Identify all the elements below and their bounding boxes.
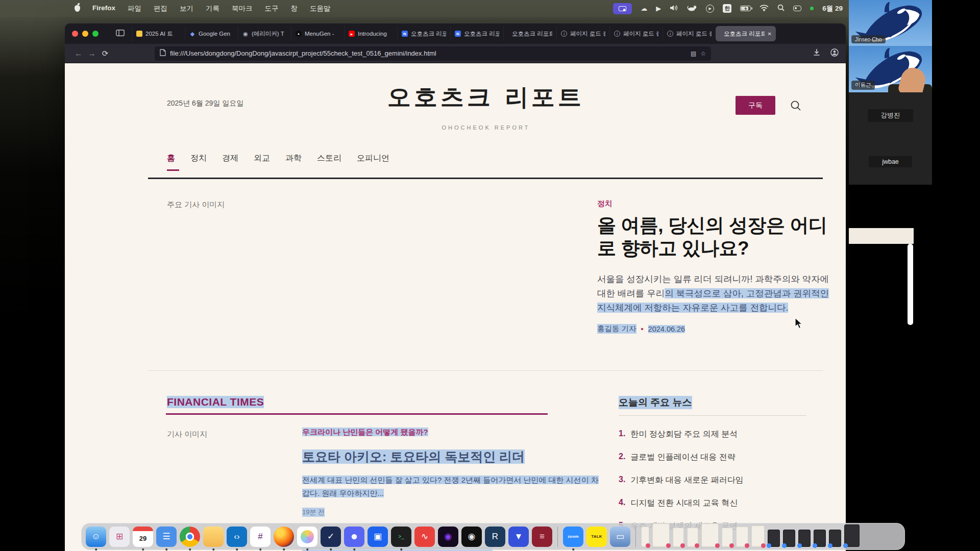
menu-item-6[interactable]: 도구: [265, 4, 279, 13]
minimized-window-preview[interactable]: [652, 523, 670, 547]
nav-item-경제[interactable]: 경제: [222, 153, 238, 164]
terminal-dock-icon[interactable]: >_: [391, 527, 411, 547]
red-app-dock-icon[interactable]: ∿: [414, 527, 435, 547]
site-title[interactable]: 오호츠크 리포트: [65, 82, 846, 113]
system-settings-dock-icon[interactable]: ☰: [156, 527, 177, 547]
minimized-window-preview[interactable]: [829, 530, 841, 547]
browser-tab[interactable]: 오호츠크 리포트✕: [716, 26, 776, 41]
financial-headline[interactable]: 토요타 아키오: 토요타의 독보적인 리더: [302, 448, 608, 465]
financial-article[interactable]: 우크라이나 난민들은 어떻게 됐을까? 토요타 아키오: 토요타의 독보적인 리…: [302, 428, 608, 517]
browser-tab[interactable]: 오호츠크 리포: [450, 26, 503, 41]
minimized-window-preview[interactable]: [768, 530, 780, 547]
play-icon[interactable]: ▶: [656, 5, 661, 12]
spotlight-search-icon[interactable]: [777, 4, 785, 13]
minimized-window-preview[interactable]: [814, 530, 826, 547]
creative-cloud-icon[interactable]: ☁: [641, 5, 647, 12]
tab-close-icon[interactable]: ✕: [768, 31, 772, 37]
screen-share-icon[interactable]: [613, 3, 632, 14]
downloads-icon[interactable]: [813, 48, 820, 58]
participant-tile[interactable]: 강병진: [849, 92, 932, 139]
minimized-window-preview[interactable]: [798, 530, 811, 547]
news-list-item[interactable]: 2.글로벌 인플레이션 대응 전략: [619, 452, 823, 463]
account-icon[interactable]: [830, 48, 839, 59]
minimized-window-preview[interactable]: [751, 525, 765, 547]
browser-tab[interactable]: (메리미커) T: [238, 26, 291, 41]
hero-headline[interactable]: 올 여름, 당신의 성장은 어디로 향하고 있나요?: [597, 214, 840, 260]
back-button[interactable]: ←: [72, 49, 85, 58]
subscribe-button[interactable]: 구독: [736, 96, 775, 115]
battery-icon[interactable]: [740, 6, 751, 11]
minimized-window-preview[interactable]: [687, 528, 698, 547]
browser-tab[interactable]: 오호츠크 리포: [397, 26, 450, 41]
menu-item-7[interactable]: 창: [291, 4, 298, 13]
menu-item-3[interactable]: 보기: [180, 4, 193, 13]
url-text[interactable]: file:///Users/dongdong/DongDong/javascir…: [170, 49, 687, 57]
nav-item-홈[interactable]: 홈: [167, 153, 175, 164]
discord-dock-icon[interactable]: ☻: [344, 527, 364, 547]
minimized-window-preview[interactable]: [701, 523, 719, 547]
minimized-window-preview[interactable]: [844, 524, 860, 547]
play-circle-icon[interactable]: ▶: [706, 5, 714, 13]
folder-dock-icon[interactable]: [203, 527, 224, 547]
bookmark-star-icon[interactable]: ☆: [700, 50, 706, 57]
photos-dock-icon[interactable]: [297, 527, 317, 547]
nav-item-오피니언[interactable]: 오피니언: [357, 153, 389, 164]
nav-item-과학[interactable]: 과학: [285, 153, 302, 164]
close-window-button[interactable]: [72, 31, 78, 37]
news-list-item[interactable]: 4.디지털 전환 시대의 교육 혁신: [619, 498, 823, 509]
hero-category[interactable]: 정치: [597, 199, 840, 209]
zoom-window-button[interactable]: [92, 31, 99, 37]
sidebar-scrollbar[interactable]: [908, 244, 913, 325]
power-app-dock-icon[interactable]: ◉: [438, 527, 458, 547]
apple-menu-icon[interactable]: [75, 5, 80, 12]
news-list-item[interactable]: 1.한미 정상회담 주요 의제 분석: [619, 429, 823, 440]
browser-tab[interactable]: 오호츠크 리포트 -: [503, 26, 556, 41]
minimized-window-preview[interactable]: [673, 528, 684, 547]
vscode-dock-icon[interactable]: ‹›: [227, 527, 247, 547]
browser-tab[interactable]: Google Gen: [185, 26, 238, 41]
browser-tab[interactable]: MenuGen -: [291, 26, 344, 41]
browser-tab[interactable]: 페이지 로드 중: [556, 26, 609, 41]
menu-item-2[interactable]: 편집: [154, 4, 167, 13]
nav-item-외교[interactable]: 외교: [254, 153, 270, 164]
minimized-window-preview[interactable]: [783, 530, 795, 547]
hero-article[interactable]: 정치 올 여름, 당신의 성장은 어디로 향하고 있나요? 서울을 성장시키는 …: [597, 199, 840, 334]
control-center-icon[interactable]: [793, 6, 801, 11]
participant-tile[interactable]: Jinseo Cho: [849, 0, 932, 46]
news-list-item[interactable]: 3.기후변화 대응 새로운 패러다임: [619, 475, 823, 486]
url-bar[interactable]: file:///Users/dongdong/DongDong/javascir…: [155, 46, 711, 61]
firefox-dock-icon[interactable]: [274, 527, 294, 547]
site-search-icon[interactable]: [790, 100, 801, 111]
r-app-dock-icon[interactable]: R: [485, 527, 505, 547]
browser-tab[interactable]: 페이지 로드 중: [663, 26, 716, 41]
minimize-window-button[interactable]: [82, 31, 88, 37]
forward-button[interactable]: →: [85, 49, 99, 58]
slack-dock-icon[interactable]: #: [250, 527, 271, 547]
shield-app-dock-icon[interactable]: ▼: [508, 527, 529, 547]
zoom-dock-icon[interactable]: zoom: [563, 527, 583, 547]
nav-item-스토리[interactable]: 스토리: [317, 153, 341, 164]
menu-item-firefox[interactable]: Firefox: [92, 4, 115, 13]
kakaotalk-dock-icon[interactable]: TALK: [586, 527, 607, 547]
database-app-dock-icon[interactable]: ≡: [532, 527, 552, 547]
menu-item-5[interactable]: 북마크: [232, 4, 253, 13]
browser-tab[interactable]: 2025 AI 트: [132, 26, 185, 41]
menu-item-8[interactable]: 도움말: [310, 4, 331, 13]
menubar-date[interactable]: 6월 29: [822, 4, 844, 13]
minimized-window-preview[interactable]: [722, 528, 733, 547]
minimized-window-preview[interactable]: [641, 527, 649, 547]
things-check-dock-icon[interactable]: ✓: [321, 527, 341, 547]
reader-mode-icon[interactable]: ▤: [691, 50, 696, 57]
launchpad-dock-icon[interactable]: ⊞: [109, 527, 130, 547]
minimized-window-preview[interactable]: [736, 527, 748, 547]
menu-item-1[interactable]: 파일: [128, 4, 141, 13]
participant-tile[interactable]: jwbae: [849, 139, 932, 185]
participant-tile[interactable]: 이동근: [849, 46, 932, 92]
chrome-dock-icon[interactable]: [180, 527, 200, 547]
volume-icon[interactable]: [670, 5, 678, 13]
eye-app-dock-icon[interactable]: ◉: [461, 527, 482, 547]
reload-button[interactable]: ⟳: [99, 49, 112, 58]
calendar-dock-icon[interactable]: 29: [133, 527, 153, 547]
browser-tab[interactable]: Introducing: [344, 26, 397, 41]
docker-dock-icon[interactable]: ▣: [368, 527, 388, 547]
